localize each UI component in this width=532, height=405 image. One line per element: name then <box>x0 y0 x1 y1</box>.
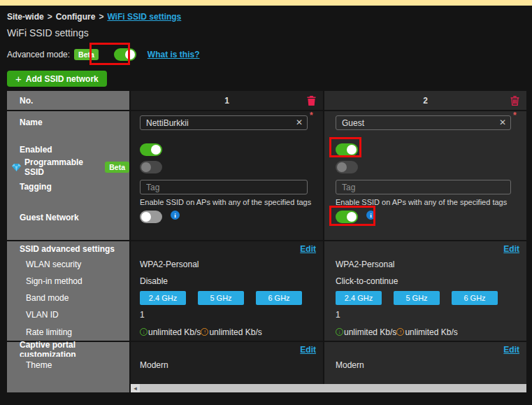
scroll-left-arrow-icon[interactable]: ◂ <box>131 384 140 392</box>
edit-advanced-link-2[interactable]: Edit <box>503 244 519 254</box>
row-label-name: Name <box>7 110 129 140</box>
band-2-4ghz-button[interactable]: 2.4 GHz <box>336 291 382 305</box>
toggle-knob <box>141 162 151 172</box>
name-cell-2: ✕ * <box>323 110 526 140</box>
section-label-captive-portal: Captive portal customization <box>7 341 129 357</box>
column-2-header: 2 <box>323 91 526 110</box>
guest-network-toggle-2[interactable] <box>336 211 358 223</box>
download-arrow-icon: ↓ <box>336 328 343 336</box>
plus-icon: + <box>15 73 22 84</box>
sign-in-method-value-2: Click-to-continue <box>323 273 526 290</box>
rate-download-value: unlimited Kb/s <box>148 327 201 337</box>
info-icon[interactable]: i <box>366 211 375 220</box>
scrollbar-thumb[interactable] <box>140 384 526 392</box>
rate-limiting-cell-1: ↓unlimited Kb/s↑unlimited Kb/s <box>129 323 323 341</box>
upload-arrow-icon: ↑ <box>396 328 404 336</box>
rate-limiting-cell-2: ↓unlimited Kb/s↑unlimited Kb/s <box>323 323 526 341</box>
add-ssid-network-button[interactable]: + Add SSID network <box>7 71 107 87</box>
row-label-theme: Theme <box>7 357 129 373</box>
toggle-knob <box>337 162 347 172</box>
edit-captive-link-1[interactable]: Edit <box>300 345 316 355</box>
band-6ghz-button[interactable]: 6 GHz <box>256 291 302 305</box>
guest-network-toggle-1[interactable] <box>140 211 162 223</box>
wlan-security-value-2: WPA2-Personal <box>323 256 526 273</box>
clear-input-icon[interactable]: ✕ <box>296 118 303 127</box>
sign-in-method-value-1: Disable <box>129 273 323 290</box>
name-input-2[interactable] <box>336 115 511 130</box>
theme-value-2: Modern <box>323 357 526 373</box>
what-is-this-link[interactable]: What is this? <box>148 50 200 59</box>
advanced-mode-beta-badge: Beta <box>74 49 99 60</box>
captive-portal-edit-cell-1: Edit <box>129 341 323 357</box>
ssid-advanced-edit-cell-1: Edit <box>129 240 323 256</box>
add-ssid-network-label: Add SSID network <box>26 74 99 84</box>
name-cell-1: ✕ * <box>129 110 323 140</box>
tag-input-1[interactable] <box>140 180 308 194</box>
page-title: WiFi SSID settings <box>7 27 89 38</box>
column-1-number: 1 <box>224 96 229 106</box>
tag-helper-text: Enable SSID on APs with any of the speci… <box>140 198 311 206</box>
enabled-toggle-1[interactable] <box>140 143 162 156</box>
programmable-cell-1 <box>129 159 323 176</box>
vlan-id-value-1: 1 <box>129 306 323 323</box>
rate-limit-line: ↓unlimited Kb/s↑unlimited Kb/s <box>336 327 458 337</box>
breadcrumb-separator: > <box>48 12 52 22</box>
edit-advanced-link-1[interactable]: Edit <box>300 244 316 254</box>
programmable-toggle-2[interactable] <box>336 161 358 173</box>
column-1-header: 1 <box>129 91 323 110</box>
row-label-band-mode: Band mode <box>7 290 129 306</box>
breadcrumb-separator: > <box>99 12 103 22</box>
guest-network-cell-1: i <box>129 206 323 240</box>
band-6ghz-button[interactable]: 6 GHz <box>452 291 498 305</box>
advanced-mode-toggle[interactable] <box>114 48 136 61</box>
name-input-wrap: ✕ <box>140 115 308 130</box>
filler-label-cell <box>7 373 129 384</box>
band-5ghz-button[interactable]: 5 GHz <box>198 291 244 305</box>
ssid-advanced-edit-cell-2: Edit <box>323 240 526 256</box>
toggle-knob <box>151 145 161 155</box>
row-label-programmable-ssid: Programmable SSID Beta <box>7 159 129 176</box>
info-icon[interactable]: i <box>171 211 180 220</box>
captive-portal-edit-cell-2: Edit <box>323 341 526 357</box>
row-label-enabled: Enabled <box>7 140 129 159</box>
breadcrumb: Site-wide>Configure>WiFi SSID settings <box>7 12 181 22</box>
breadcrumb-site-wide[interactable]: Site-wide <box>7 12 44 22</box>
upload-arrow-icon: ↑ <box>201 328 208 336</box>
tagging-cell-2: Enable SSID on APs with any of the speci… <box>323 176 526 206</box>
delete-ssid-2-trash-icon[interactable] <box>510 96 519 106</box>
column-2-number: 2 <box>423 96 428 106</box>
advanced-mode-row: Advanced mode: Beta What is this? <box>7 45 200 64</box>
edit-captive-link-2[interactable]: Edit <box>503 345 519 355</box>
tag-helper-text: Enable SSID on APs with any of the speci… <box>336 198 507 206</box>
required-asterisk: * <box>513 111 517 120</box>
vlan-id-value-2: 1 <box>323 306 526 323</box>
name-input-wrap: ✕ <box>336 115 511 130</box>
enabled-toggle-2[interactable] <box>336 143 358 156</box>
ssid-settings-table: No. 1 2 Name ✕ * ✕ * Enabled <box>7 91 526 392</box>
toggle-knob <box>347 212 357 222</box>
tag-input-wrap <box>140 180 308 194</box>
row-label-wlan-security: WLAN security <box>7 256 129 273</box>
programmable-toggle-1[interactable] <box>140 161 162 173</box>
top-highlight-banner <box>0 0 532 6</box>
name-input-1[interactable] <box>140 115 308 130</box>
toggle-knob <box>141 212 151 222</box>
delete-ssid-1-trash-icon[interactable] <box>307 96 316 106</box>
band-5ghz-button[interactable]: 5 GHz <box>394 291 440 305</box>
row-label-sign-in-method: Sign-in method <box>7 273 129 290</box>
clear-input-icon[interactable]: ✕ <box>499 118 506 127</box>
tag-input-2[interactable] <box>336 180 511 194</box>
band-mode-cell-1: 2.4 GHz 5 GHz 6 GHz <box>129 290 323 306</box>
band-2-4ghz-button[interactable]: 2.4 GHz <box>140 291 186 305</box>
band-mode-cell-2: 2.4 GHz 5 GHz 6 GHz <box>323 290 526 306</box>
row-label-vlan-id: VLAN ID <box>7 306 129 323</box>
horizontal-scrollbar[interactable]: ◂ <box>129 384 526 392</box>
breadcrumb-configure[interactable]: Configure <box>56 12 96 22</box>
advanced-mode-label: Advanced mode: <box>7 50 70 59</box>
rate-upload-value: unlimited Kb/s <box>209 327 261 337</box>
rate-limit-line: ↓unlimited Kb/s↑unlimited Kb/s <box>140 327 262 337</box>
breadcrumb-current-link[interactable]: WiFi SSID settings <box>107 12 181 22</box>
enabled-cell-2 <box>323 140 526 159</box>
filler-cell-1 <box>129 373 323 384</box>
tagging-cell-1: Enable SSID on APs with any of the speci… <box>129 176 323 206</box>
